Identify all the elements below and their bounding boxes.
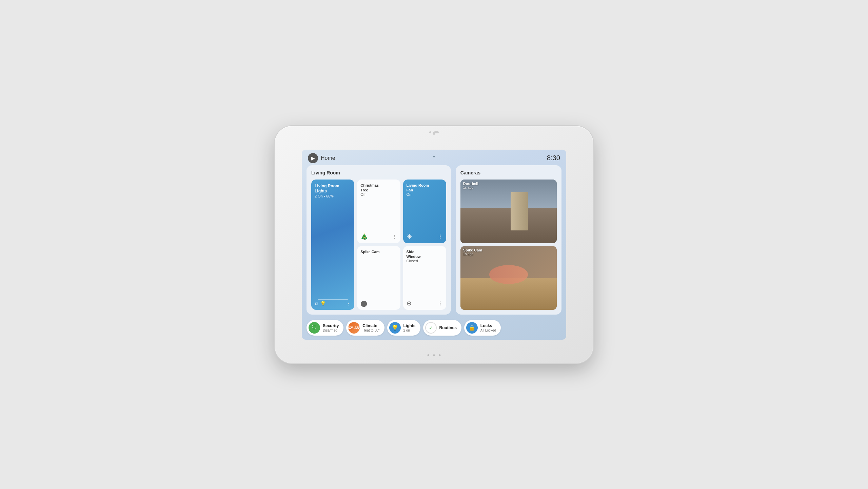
top-bar: ▶ Home ▾ 8:30 xyxy=(302,150,566,165)
window-icon: ⊖ xyxy=(407,300,412,307)
spike-cam-label: Spike Cam 1s ago xyxy=(463,248,482,256)
routines-pill[interactable]: ✓ Routines xyxy=(423,320,461,336)
security-pill[interactable]: 🛡 Security Disarmed xyxy=(307,320,343,336)
group-icon: ⧉ xyxy=(315,301,318,306)
spike-object xyxy=(489,265,528,284)
security-text: Security Disarmed xyxy=(323,323,339,332)
lights-text: Lights 2 on xyxy=(403,323,416,332)
christmas-tree-card[interactable]: ChristmasTree Off 🎄 ⋮ xyxy=(357,180,400,243)
lights-icon: 💡 xyxy=(389,322,401,334)
climate-text: Climate Heat to 68° xyxy=(362,323,379,332)
doorbell-pillar xyxy=(511,192,528,230)
bottom-nav-dots xyxy=(428,354,441,356)
side-window-title: SideWindow xyxy=(407,249,443,259)
routines-label: Routines xyxy=(439,325,457,330)
locks-icon: 🔒 xyxy=(466,322,478,334)
locks-label: Locks xyxy=(480,323,496,328)
doorbell-label: Doorbell 1s ago xyxy=(463,182,478,189)
side-window-status: Closed xyxy=(407,259,443,263)
lights-value: 2 on xyxy=(403,328,416,332)
doorbell-camera-card[interactable]: Doorbell 1s ago xyxy=(460,180,557,243)
doorbell-timestamp: 1s ago xyxy=(463,186,478,189)
fan-title: Living RoomFan xyxy=(407,183,443,193)
nav-dot-1[interactable] xyxy=(428,354,429,356)
christmas-tree-icon: 🎄 xyxy=(360,233,368,241)
routines-text: Routines xyxy=(439,325,457,330)
spike-cam-card[interactable]: Spike Cam ⬤ xyxy=(357,246,400,310)
security-value: Disarmed xyxy=(323,328,339,332)
card-bottom-lights: ⧉ 💡 ⋮ xyxy=(315,301,351,306)
locks-pill[interactable]: 🔒 Locks All Locked xyxy=(464,320,501,336)
tablet-sensors xyxy=(429,131,439,133)
screen: ▶ Home ▾ 8:30 Living Room Living RoomLig… xyxy=(302,150,566,340)
fan-status: On xyxy=(407,192,443,196)
more-options-fan[interactable]: ⋮ xyxy=(438,234,443,239)
spike-cam-name: Spike Cam xyxy=(463,248,482,252)
fan-bottom: ✳ ⋮ xyxy=(407,232,443,241)
home-icon: ▶ xyxy=(308,153,318,163)
doorbell-name: Doorbell xyxy=(463,182,478,186)
device-grid: Living RoomLights 2 On • 66% ⧉ 💡 ⋮ xyxy=(311,180,446,310)
home-button-area[interactable]: ▶ Home xyxy=(308,153,335,163)
living-room-title: Living Room xyxy=(311,170,446,175)
security-label: Security xyxy=(323,323,339,328)
home-title: Home xyxy=(321,155,335,161)
christmas-tree-title: ChristmasTree xyxy=(360,183,397,193)
more-options-christmas-tree[interactable]: ⋮ xyxy=(392,234,397,240)
clock: 8:30 xyxy=(547,154,560,162)
cameras-panel: Cameras Doorbell 1s xyxy=(456,165,561,315)
side-window-card[interactable]: SideWindow Closed ⊖ ⋮ xyxy=(403,246,446,310)
climate-value: Heat to 68° xyxy=(362,328,379,332)
card-title-lights: Living RoomLights xyxy=(315,184,351,194)
spike-cam-title: Spike Cam xyxy=(360,249,397,254)
locks-value: All Locked xyxy=(480,328,496,332)
spike-cam-bottom: ⬤ xyxy=(360,300,397,307)
routines-icon: ✓ xyxy=(425,322,437,334)
christmas-tree-status: Off xyxy=(360,192,397,196)
lights-icons: ⧉ 💡 xyxy=(315,301,326,306)
tablet-shell: ▶ Home ▾ 8:30 Living Room Living RoomLig… xyxy=(275,126,593,363)
speaker-grille xyxy=(434,131,439,133)
side-window-bottom: ⊖ ⋮ xyxy=(407,300,443,307)
chevron-down-icon[interactable]: ▾ xyxy=(433,154,435,159)
doorbell-ground xyxy=(460,208,557,243)
more-options-lights[interactable]: ⋮ xyxy=(346,301,351,306)
card-subtitle-lights: 2 On • 66% xyxy=(315,194,351,198)
main-content: Living Room Living RoomLights 2 On • 66%… xyxy=(302,165,566,317)
fan-icon: ✳ xyxy=(407,232,412,241)
climate-label: Climate xyxy=(362,323,379,328)
camera-grid: Doorbell 1s ago xyxy=(460,180,557,310)
living-room-lights-card[interactable]: Living RoomLights 2 On • 66% ⧉ 💡 ⋮ xyxy=(311,180,354,310)
living-room-panel: Living Room Living RoomLights 2 On • 66%… xyxy=(307,165,451,315)
more-options-side-window[interactable]: ⋮ xyxy=(438,301,443,306)
climate-icon: 62°-68° xyxy=(348,322,360,334)
camera-icon: ⬤ xyxy=(360,300,367,307)
locks-text: Locks All Locked xyxy=(480,323,496,332)
lights-pill[interactable]: 💡 Lights 2 on xyxy=(387,320,420,336)
security-icon: 🛡 xyxy=(309,322,320,334)
lights-label: Lights xyxy=(403,323,416,328)
climate-pill[interactable]: 62°-68° Climate Heat to 68° xyxy=(346,320,384,336)
spike-cam-timestamp: 1s ago xyxy=(463,252,482,256)
status-bar: 🛡 Security Disarmed 62°-68° Climate Heat… xyxy=(302,317,566,340)
nav-dot-2[interactable] xyxy=(433,354,435,356)
living-room-fan-card[interactable]: Living RoomFan On ✳ ⋮ xyxy=(403,180,446,243)
cameras-title: Cameras xyxy=(460,170,557,175)
bulb-icon: 💡 xyxy=(320,301,326,306)
christmas-tree-bottom: 🎄 ⋮ xyxy=(360,233,397,241)
camera-sensor xyxy=(429,131,431,133)
nav-dot-3[interactable] xyxy=(439,354,441,356)
spike-cam-camera-card[interactable]: Spike Cam 1s ago xyxy=(460,246,557,310)
